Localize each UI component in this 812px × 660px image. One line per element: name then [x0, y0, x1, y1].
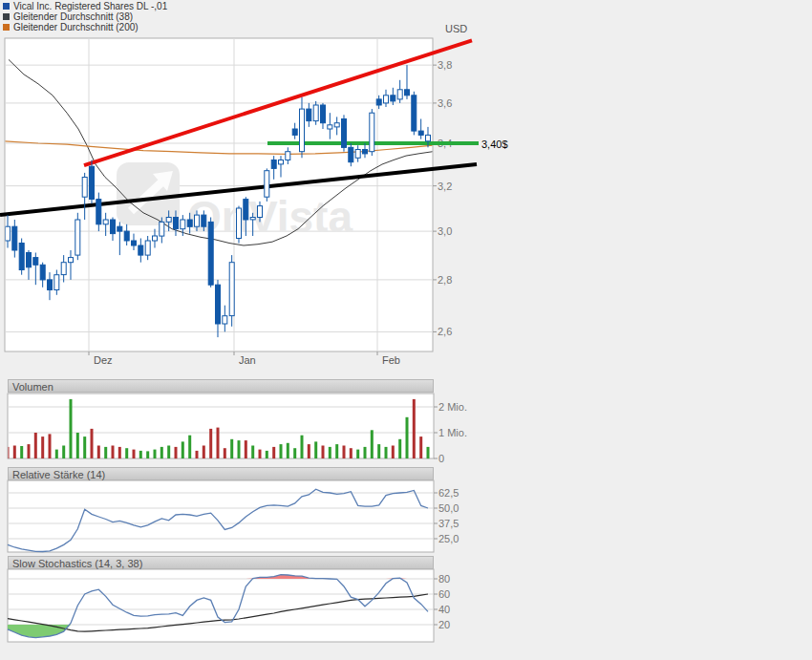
- main-price-panel: DezJanFeb3,83,63,43,23,02,82,6 OnVista: [0, 38, 479, 366]
- volume-panel: 2 Mio.1 Mio.0: [7, 394, 467, 464]
- instrument-swatch-icon: [3, 3, 10, 10]
- svg-text:Dez: Dez: [94, 354, 113, 366]
- svg-text:3,2: 3,2: [438, 181, 452, 192]
- stochastics-panel: 80604020: [8, 569, 450, 642]
- svg-text:40: 40: [438, 604, 450, 615]
- svg-text:60: 60: [438, 588, 450, 600]
- legend-item-sma200: Gleitender Durchschnitt (200): [3, 22, 167, 32]
- chart-legend: Vical Inc. Registered Shares DL -,01 Gle…: [3, 1, 167, 32]
- svg-text:50,0: 50,0: [438, 502, 459, 514]
- svg-text:3,8: 3,8: [438, 59, 452, 71]
- svg-text:Jan: Jan: [239, 354, 256, 366]
- stochastics-panel-header: Slow Stochastics (14, 3, 38): [8, 556, 434, 569]
- svg-text:2 Mio.: 2 Mio.: [438, 401, 467, 413]
- sma200-label: Gleitender Durchschnitt (200): [13, 22, 139, 32]
- rsi-panel-header: Relative Stärke (14): [8, 467, 434, 480]
- rsi-panel: 62,550,037,525,0: [8, 480, 459, 552]
- svg-text:3,0: 3,0: [438, 225, 452, 237]
- volume-panel-header: Volumen: [8, 379, 434, 393]
- price-axis-unit: USD: [445, 23, 467, 34]
- svg-text:25,0: 25,0: [438, 533, 459, 544]
- svg-text:3,6: 3,6: [438, 97, 452, 109]
- instrument-label: Vical Inc. Registered Shares DL -,01: [13, 1, 167, 11]
- svg-text:62,5: 62,5: [438, 487, 459, 499]
- price-annotation: 3,40$: [481, 138, 508, 150]
- legend-item-instrument: Vical Inc. Registered Shares DL -,01: [3, 1, 167, 11]
- svg-text:2,8: 2,8: [438, 274, 452, 286]
- svg-text:20: 20: [438, 619, 450, 630]
- svg-text:2,6: 2,6: [438, 326, 452, 337]
- legend-item-sma38: Gleitender Durchschnitt (38): [3, 11, 167, 22]
- stock-chart-screen: DezJanFeb3,83,63,43,23,02,82,6 OnVista2 …: [0, 0, 812, 660]
- svg-text:37,5: 37,5: [438, 518, 459, 529]
- svg-text:0: 0: [438, 453, 444, 464]
- sma38-swatch-icon: [3, 13, 10, 20]
- sma38-label: Gleitender Durchschnitt (38): [13, 11, 133, 22]
- sma200-swatch-icon: [3, 24, 10, 31]
- svg-text:80: 80: [438, 573, 450, 585]
- svg-text:1 Mio.: 1 Mio.: [438, 427, 467, 438]
- svg-text:Feb: Feb: [382, 354, 400, 366]
